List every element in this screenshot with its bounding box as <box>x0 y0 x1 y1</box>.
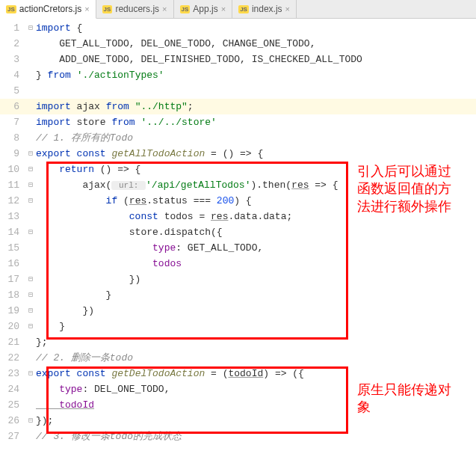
number: 200 <box>217 195 234 206</box>
comment: // 2. 删除一条todo <box>36 352 133 363</box>
code-text: .data.data; <box>228 211 292 222</box>
prop: type <box>36 384 82 395</box>
kw-import: import <box>36 22 71 34</box>
param: res <box>129 195 146 206</box>
param: res <box>211 211 228 222</box>
code-text: ( <box>117 195 129 206</box>
kw-export: export const <box>36 368 106 379</box>
comment: // 3. 修改一条todo的完成状态 <box>36 431 182 442</box>
code-text: }; <box>36 334 476 350</box>
tab-label: reducers.js <box>115 4 159 14</box>
comment: // 1. 存所有的Todo <box>36 132 133 144</box>
kw-from: from <box>106 101 129 112</box>
code-text: = ( <box>205 368 228 379</box>
string-literal: '/api/getAllTodos' <box>146 180 250 191</box>
code-text: ajax <box>71 101 106 112</box>
kw-export: export const <box>36 148 106 159</box>
code-text: store.dispatch({ <box>36 224 476 240</box>
close-icon[interactable]: × <box>84 4 89 13</box>
tab-index[interactable]: JS index.js × <box>232 0 297 18</box>
js-icon: JS <box>102 5 113 13</box>
annotation-bottom: 原生只能传递对象 <box>357 381 462 417</box>
js-icon: JS <box>238 5 249 13</box>
kw-import: import <box>36 101 71 112</box>
js-icon: JS <box>6 5 16 13</box>
kw-from: from <box>48 70 71 81</box>
js-icon: JS <box>180 5 191 13</box>
code-text: .status === <box>146 195 217 206</box>
function-name: getDelTodoAction <box>106 368 205 379</box>
close-icon[interactable]: × <box>162 4 167 13</box>
tab-bar: JS actionCretors.js × JS reducers.js × J… <box>0 0 476 19</box>
code-text: ) => ({ <box>263 368 304 379</box>
param-hint: url: <box>111 181 146 190</box>
code-text: : DEL_ONE_TODO, <box>82 384 170 395</box>
code-text: ) { <box>234 195 251 206</box>
code-text: todos = <box>158 211 211 222</box>
code-text: : GET_ALL_TODO, <box>176 242 263 254</box>
tab-label: App.js <box>193 4 217 14</box>
param: res <box>291 180 309 191</box>
code-text: store <box>71 117 112 128</box>
kw-if: if <box>36 195 117 206</box>
string-literal: "../http" <box>129 101 188 112</box>
code-text: ADD_ONE_TODO, DEL_FINISHED_TODO, IS_CHEC… <box>36 52 476 67</box>
editor[interactable]: 1234567891011121314151617181920212223242… <box>0 19 476 444</box>
kw-return: return <box>36 164 94 175</box>
prop: todos <box>36 258 182 269</box>
code-text: ; <box>188 101 194 112</box>
function-name: getAllTodoAction <box>106 148 205 159</box>
code-text: => { <box>309 180 338 191</box>
tab-reducers[interactable]: JS reducers.js × <box>96 0 174 18</box>
string-literal: '../../store' <box>135 117 217 128</box>
annotation-top: 引入后可以通过函数返回值的方法进行额外操作 <box>357 163 462 215</box>
tab-app[interactable]: JS App.js × <box>174 0 233 18</box>
line-gutter: 1234567891011121314151617181920212223242… <box>0 19 25 444</box>
close-icon[interactable]: × <box>285 4 290 13</box>
code-text: }) <box>36 271 476 287</box>
code-text: } <box>36 287 476 303</box>
prop: type <box>36 242 176 254</box>
code-text: ajax( <box>36 180 111 191</box>
close-icon[interactable]: × <box>221 4 226 13</box>
code-text: } <box>36 319 476 334</box>
kw-const: const <box>36 211 158 222</box>
code-area[interactable]: import { GET_ALL_TODO, DEL_ONE_TODO, CHA… <box>36 19 476 444</box>
string-literal: './actionTypes' <box>71 70 164 81</box>
param: todoId <box>228 368 263 379</box>
tab-actioncreators[interactable]: JS actionCretors.js × <box>0 0 96 19</box>
code-text: () => { <box>94 164 140 175</box>
fold-column: ⊟⊟⊟⊟⊟⊟⊟⊟⊟⊟⊟⊟ <box>25 19 36 444</box>
code-text: { <box>71 22 83 34</box>
code-text: } <box>36 70 48 81</box>
blank-line <box>36 83 476 99</box>
code-text: GET_ALL_TODO, DEL_ONE_TODO, CHANGE_ONE_T… <box>36 36 476 52</box>
prop: todoId <box>36 399 94 411</box>
tab-label: actionCretors.js <box>19 4 81 14</box>
code-text: ).then( <box>250 180 291 191</box>
code-text: = () => { <box>205 148 263 159</box>
kw-from: from <box>111 117 135 128</box>
kw-import: import <box>36 117 71 128</box>
tab-label: index.js <box>252 4 282 14</box>
code-text: }) <box>36 303 476 319</box>
